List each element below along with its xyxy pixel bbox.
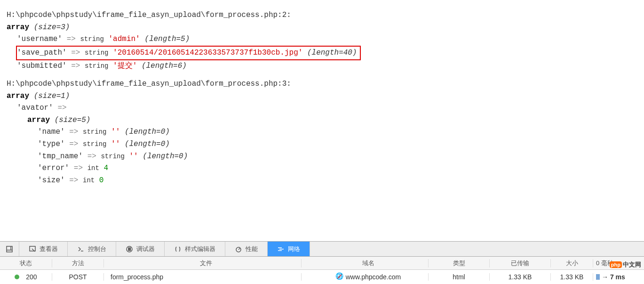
cell-domain: www.phpcode.com [301, 273, 428, 281]
devtools-tabs: 查看器 控制台 调试器 样式编辑器 性能 网络 [0, 242, 644, 257]
col-header-size[interactable]: 大小 [550, 259, 593, 268]
cell-method: POST [52, 273, 103, 281]
dump1-row-0: 'username' => string 'admin' (length=5) [7, 33, 637, 46]
page-content: H:\phpcode\phpstudy\iframe_file_asyn_upl… [0, 0, 644, 222]
style-icon [174, 245, 182, 253]
network-request-row[interactable]: 200 POST form_process.php www.phpcode.co… [0, 270, 644, 284]
watermark-logo: php 中文网 [610, 260, 641, 269]
dump1-row-1: 'save_path' => string '20160514/20160514… [7, 46, 637, 61]
popout-icon [6, 245, 13, 253]
dump2-inner-array-head: array (size=5) [7, 114, 637, 127]
tab-network[interactable]: 网络 [268, 242, 310, 256]
col-header-method[interactable]: 方法 [52, 259, 103, 268]
network-icon [277, 245, 285, 253]
dump1-row-2: 'submitted' => string '提交' (length=6) [7, 60, 637, 73]
dump2-row-4: 'size' => int 0 [7, 175, 637, 187]
dump1-size: (size=3) [34, 23, 70, 32]
insecure-globe-icon [335, 273, 343, 281]
col-header-file[interactable]: 文件 [103, 259, 301, 268]
svg-rect-4 [130, 248, 131, 251]
highlighted-save-path: 'save_path' => string '20160514/20160514… [16, 46, 361, 61]
dump2-array-head: array (size=1) [7, 90, 637, 103]
svg-rect-0 [7, 246, 12, 252]
dump2-row-1: 'type' => string '' (length=0) [7, 138, 637, 151]
dump1-path: H:\phpcode\phpstudy\iframe_file_asyn_upl… [7, 9, 637, 22]
col-header-domain[interactable]: 域名 [301, 259, 428, 268]
cell-transferred: 1.33 KB [489, 273, 550, 281]
inspector-icon [29, 245, 36, 253]
network-header-row: 状态 方法 文件 域名 类型 已传输 大小 0 毫秒 [0, 257, 644, 270]
cell-size: 1.33 KB [550, 273, 593, 281]
php-badge-icon: php [610, 261, 622, 268]
tab-performance[interactable]: 性能 [225, 242, 268, 256]
svg-rect-3 [128, 248, 129, 251]
dump2-path: H:\phpcode\phpstudy\iframe_file_asyn_upl… [7, 78, 637, 90]
dump2-row-0: 'name' => string '' (length=0) [7, 126, 637, 138]
cell-timeline: → 7 ms [593, 273, 644, 281]
timeline-bar-icon [596, 274, 600, 280]
tab-popout[interactable] [0, 242, 19, 256]
col-header-status[interactable]: 状态 [0, 259, 52, 268]
debugger-icon [126, 245, 133, 253]
status-dot-icon [15, 275, 19, 279]
tab-style-editor[interactable]: 样式编辑器 [165, 242, 225, 256]
col-header-type[interactable]: 类型 [428, 259, 489, 268]
array-keyword: array [7, 23, 29, 32]
cell-file: form_process.php [103, 273, 301, 281]
tab-console[interactable]: 控制台 [68, 242, 116, 256]
dump2-outer-key-row: 'avator' => [7, 102, 637, 114]
devtools-panel: 查看器 控制台 调试器 样式编辑器 性能 网络 状态 方法 文件 域名 类型 已… [0, 241, 644, 284]
cell-type: html [428, 273, 489, 281]
col-header-transferred[interactable]: 已传输 [489, 259, 550, 268]
tab-debugger[interactable]: 调试器 [116, 242, 165, 256]
cell-status: 200 [0, 273, 52, 281]
tab-inspector[interactable]: 查看器 [19, 242, 68, 256]
dump1-array-head: array (size=3) [7, 22, 637, 34]
dump2-row-3: 'error' => int 4 [7, 162, 637, 175]
console-icon [77, 245, 85, 253]
performance-icon [235, 245, 242, 253]
dump2-row-2: 'tmp_name' => string '' (length=0) [7, 151, 637, 163]
